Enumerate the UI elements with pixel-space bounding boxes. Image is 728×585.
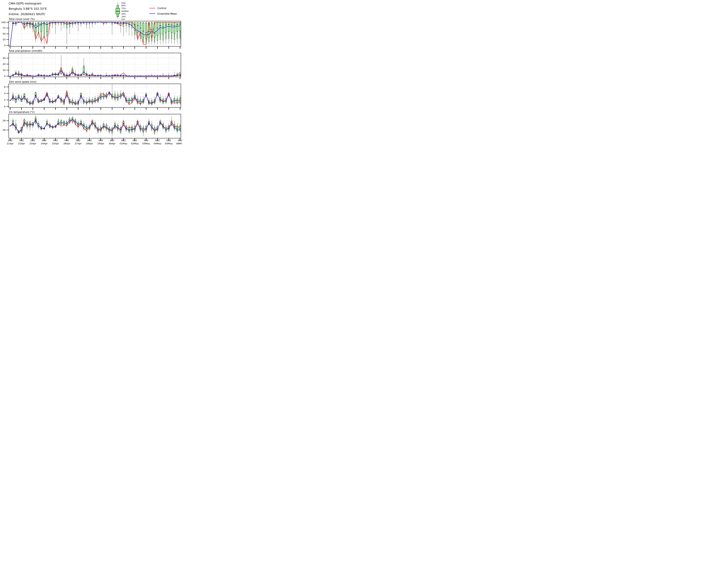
y-tick-label: 30 [3,57,6,59]
x-tick-date-label: 30Apr [109,142,116,145]
x-tick-time-label: 00Z [19,139,24,142]
x-tick-time-label: 00Z [155,139,160,142]
p25-p75-box [157,23,158,36]
y-tick-label: 20 [3,63,6,65]
total-cloud-cover-title: Total cloud cover (%) [8,18,35,21]
x-tick-date-label: 25Apr [52,142,59,145]
x-tick-date-label: 29Apr [97,142,104,145]
x-tick-time-label: 00Z [121,139,126,142]
x-tick-time-label: 00Z [99,139,103,142]
y-tick-label: 0 [4,75,6,77]
temperature-2m-title: 2m temperature (°C) [9,111,35,114]
p25-p75-box [174,22,175,33]
y-tick-label: 4 [4,92,6,95]
p25-p75-box [165,22,167,33]
x-tick-date-label: 28Apr [86,142,93,145]
x-tick-time-label: 00Z [87,139,92,142]
y-tick-label: 10 [3,69,6,71]
y-tick-label: 25 [3,38,6,41]
location-subtitle: Bengkulu 3.88°S 102.33°E [9,7,47,10]
x-tick-time-label: 00Z [42,139,46,142]
p25-p75-box [97,98,99,101]
x-tick-time-label: 00Z [8,139,12,142]
x-tick-time-label: 00Z [144,139,148,142]
ensemble-legend-label: Ensemble Mean [157,12,177,15]
x-tick-time-label: 00Z [166,139,171,142]
x-tick-date-label: 27Apr [75,142,82,145]
p25-p75-box [171,22,173,33]
p25-p75-box [46,23,48,31]
p25-p75-box [145,23,147,38]
meteogram-svg: CMA-GEPS meteogram Bengkulu 3.88°S 102.3… [0,0,182,146]
main-title: CMA-GEPS meteogram [9,2,42,5]
wind-speed-10m-title: 10m wind speed (m/s) [9,80,36,83]
p25-p75-box [176,22,178,31]
p25-p75-box [123,122,124,124]
x-tick-time-label: 00Z [76,139,80,142]
x-tick-time-label: 00Z [132,139,137,142]
p25-p75-box [38,23,40,27]
x-tick-time-label: 00Z [178,139,182,142]
control-legend-label: Control [157,7,166,10]
x-tick-date-label: 01May [120,142,127,145]
legend-label-25: 25% [121,13,126,15]
y-tick-label: 75 [3,27,6,29]
x-tick-date-label: 04May [154,142,161,145]
y-tick-label: 0 [4,105,6,108]
legend-label-90: 90% [121,4,126,7]
p25-p75-box [179,126,181,130]
p25-p75-box [103,95,104,97]
meteogram-figure: CMA-GEPS meteogram Bengkulu 3.88°S 102.3… [0,0,182,146]
x-tick-date-label: 24Apr [41,142,48,145]
legend-label-min: min [121,18,125,20]
p25-p75-box [83,67,85,74]
x-tick-date-label: 23Apr [29,142,36,145]
initime-subtitle: Initime: 20260421 00UTC [9,12,46,16]
x-tick-date-label: 03May [142,142,150,145]
x-tick-date-label: 26Apr [63,142,70,145]
header: CMA-GEPS meteogram Bengkulu 3.88°S 102.3… [9,2,47,16]
p25-p75-box [168,22,170,31]
x-tick-date-label: 06May [176,142,182,145]
p25-p75-box [142,23,144,37]
y-tick-label: 100 [1,21,6,24]
x-tick-time-label: 00Z [31,139,35,142]
x-tick-time-label: 00Z [64,139,69,142]
x-tick-time-label: 00Z [110,139,114,142]
y-tick-label: 28 [3,119,6,122]
x-tick-date-label: 21Apr [7,142,14,145]
total-precipitation-title: Total precipitation (mm/6h) [8,50,43,52]
p25-p75-box [179,22,181,31]
legend-label-75: 75% [121,7,126,9]
p25-p75-box [29,22,31,25]
x-tick-time-label: 00Z [53,139,58,142]
y-tick-label: 0 [4,44,6,47]
y-tick-label: 50 [3,32,6,35]
legend-label-10: 10% [121,16,126,18]
x-tick-date-label: 05May [165,142,173,145]
y-tick-label: 6 [4,86,6,88]
legend-label-max: max [121,2,126,4]
y-tick-label: 26 [3,129,6,131]
y-tick-label: 2 [4,99,6,101]
p25-p75-box [128,128,130,131]
x-tick-date-label: 22Apr [18,142,25,145]
legend-label-median: median [121,10,129,12]
p25-p75-box [15,99,17,102]
x-tick-date-label: 02May [131,142,139,145]
p25-p75-box [60,121,62,124]
